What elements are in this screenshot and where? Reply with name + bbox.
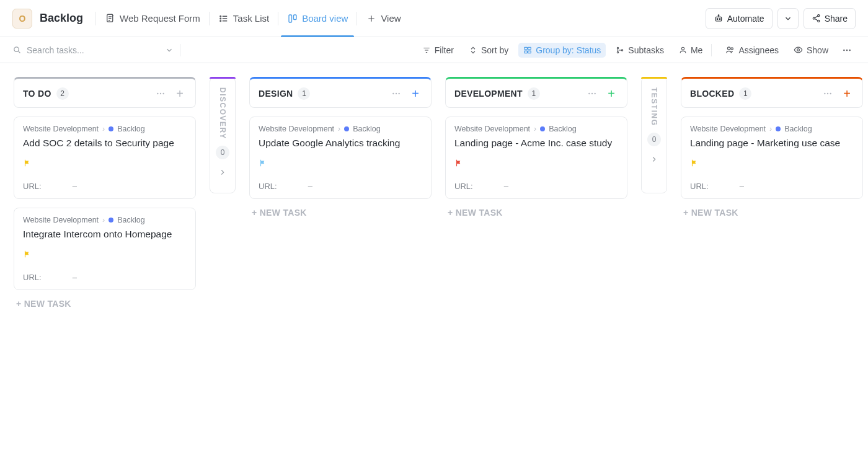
svg-point-2	[220, 18, 221, 19]
column-testing-collapsed[interactable]: TESTING 0	[641, 77, 667, 449]
column-add-button[interactable]: +	[409, 87, 422, 100]
column-add-button[interactable]: +	[173, 87, 187, 100]
filter-icon	[422, 46, 431, 55]
expand-column-button[interactable]	[218, 168, 227, 177]
space-avatar[interactable]: O	[12, 9, 32, 29]
tab-add-view[interactable]: View	[357, 0, 409, 37]
svg-point-1	[220, 15, 221, 17]
url-label: URL:	[259, 182, 277, 191]
chevron-down-icon[interactable]	[165, 46, 174, 55]
tab-board-view[interactable]: Board view	[278, 0, 356, 37]
me-button[interactable]: Me	[674, 43, 707, 58]
filter-button[interactable]: Filter	[417, 43, 459, 58]
new-task-button[interactable]: + NEW TASK	[14, 299, 196, 309]
column-design: DESIGN 1 + Website Development › Backlog…	[249, 77, 432, 449]
header-actions: Automate Share	[706, 8, 856, 29]
sort-button[interactable]: Sort by	[464, 43, 513, 58]
svg-point-29	[160, 93, 161, 94]
form-icon	[105, 13, 116, 24]
task-card[interactable]: Website Development › Backlog Add SOC 2 …	[14, 117, 196, 199]
sort-label: Sort by	[481, 45, 508, 55]
new-task-button[interactable]: + NEW TASK	[249, 208, 432, 218]
search-box[interactable]	[12, 45, 174, 55]
task-card[interactable]: Website Development › Backlog Landing pa…	[681, 117, 863, 199]
board-icon	[287, 13, 298, 24]
priority-flag-icon[interactable]	[259, 159, 267, 167]
column-blocked: BLOCKED 1 + Website Development › Backlo…	[681, 77, 863, 449]
column-count: 1	[298, 87, 310, 100]
show-button[interactable]: Show	[789, 43, 833, 58]
chevron-down-icon	[784, 14, 792, 23]
svg-point-39	[830, 93, 831, 94]
dots-icon	[842, 45, 852, 55]
column-todo: TO DO 2 + Website Development › Backlog …	[14, 77, 196, 449]
column-discovery-collapsed[interactable]: DISCOVERY 0	[210, 77, 236, 449]
column-header[interactable]: DEVELOPMENT 1 +	[445, 77, 627, 108]
svg-rect-17	[528, 51, 531, 53]
svg-point-13	[14, 47, 19, 52]
column-header[interactable]: TO DO 2 +	[14, 77, 196, 108]
tab-web-request-form[interactable]: Web Request Form	[96, 0, 209, 37]
column-add-button[interactable]: +	[840, 87, 854, 100]
expand-column-button[interactable]	[650, 155, 658, 164]
svg-point-25	[843, 49, 844, 50]
svg-point-36	[594, 93, 595, 94]
tab-task-list[interactable]: Task List	[210, 0, 278, 37]
url-value: –	[740, 182, 744, 191]
svg-point-8	[719, 18, 720, 19]
share-button[interactable]: Share	[804, 8, 856, 29]
list-icon	[218, 13, 229, 24]
crumb-leaf: Backlog	[784, 125, 812, 133]
breadcrumb: Website Development › Backlog	[454, 125, 618, 133]
subtasks-icon	[616, 46, 624, 55]
svg-point-23	[731, 48, 733, 50]
column-header[interactable]: BLOCKED 1 +	[681, 77, 863, 108]
priority-flag-icon[interactable]	[690, 159, 699, 167]
automate-dropdown[interactable]	[777, 8, 799, 29]
svg-point-11	[813, 17, 815, 19]
group-by-button[interactable]: Group by: Status	[518, 43, 606, 58]
eye-icon	[794, 45, 803, 55]
priority-flag-icon[interactable]	[454, 159, 463, 167]
url-value: –	[73, 273, 77, 282]
priority-flag-icon[interactable]	[23, 159, 32, 167]
url-label: URL:	[23, 273, 42, 282]
chevron-right-icon: ›	[769, 125, 772, 133]
subtasks-button[interactable]: Subtasks	[611, 43, 669, 58]
crumb-root: Website Development	[23, 125, 99, 133]
search-input[interactable]	[27, 45, 160, 55]
column-more-button[interactable]	[820, 86, 835, 101]
tab-label: Task List	[233, 13, 269, 24]
column-add-button[interactable]: +	[604, 87, 618, 100]
status-dot-icon	[776, 126, 781, 131]
column-header[interactable]: DESIGN 1 +	[249, 77, 432, 108]
crumb-leaf: Backlog	[353, 125, 380, 133]
automate-button[interactable]: Automate	[706, 8, 773, 29]
svg-point-28	[157, 93, 158, 94]
svg-point-32	[396, 93, 397, 94]
plus-icon	[366, 13, 377, 24]
svg-rect-14	[525, 47, 528, 50]
task-card[interactable]: Website Development › Backlog Integrate …	[14, 208, 196, 290]
task-card[interactable]: Website Development › Backlog Landing pa…	[445, 117, 627, 199]
assignees-label: Assignees	[738, 45, 779, 55]
sort-icon	[469, 46, 477, 55]
subtasks-label: Subtasks	[628, 45, 664, 55]
crumb-root: Website Development	[23, 216, 99, 224]
assignees-button[interactable]: Assignees	[720, 43, 784, 58]
column-more-button[interactable]	[389, 86, 404, 101]
svg-point-37	[824, 93, 825, 94]
person-icon	[679, 46, 687, 54]
column-more-button[interactable]	[585, 86, 600, 101]
new-task-button[interactable]: + NEW TASK	[445, 208, 627, 218]
column-more-button[interactable]	[153, 86, 168, 101]
crumb-root: Website Development	[690, 125, 766, 133]
svg-point-7	[717, 18, 718, 19]
column-title: TESTING	[650, 87, 658, 126]
chevron-right-icon: ›	[102, 125, 105, 133]
task-card[interactable]: Website Development › Backlog Update Goo…	[249, 117, 432, 199]
more-button[interactable]	[838, 43, 856, 58]
priority-flag-icon[interactable]	[23, 250, 32, 258]
new-task-button[interactable]: + NEW TASK	[681, 208, 863, 218]
tab-label: Web Request Form	[120, 13, 200, 24]
